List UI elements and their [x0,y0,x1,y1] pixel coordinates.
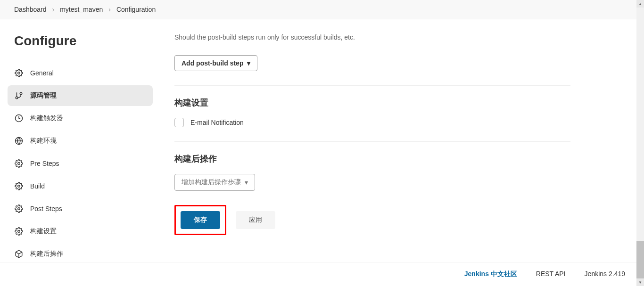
clock-icon [14,114,24,123]
svg-point-7 [18,163,20,165]
sidebar-item-env[interactable]: 构建环境 [8,131,153,151]
svg-point-2 [20,92,22,95]
breadcrumb-configuration[interactable]: Configuration [116,6,156,13]
sidebar-item-label: Pre Steps [30,160,59,167]
email-notification-label: E-mail Notification [190,119,244,126]
gear-icon [14,68,24,78]
post-steps-description: Should the post-build steps run only for… [174,33,570,41]
footer-rest-api-link[interactable]: REST API [536,270,566,278]
gear-icon [14,227,24,236]
sidebar-item-label: Build [30,182,45,190]
sidebar-item-scm[interactable]: 源码管理 [8,85,153,106]
caret-down-icon: ▾ [247,59,250,67]
button-label: 增加构建后操作步骤 [182,178,241,187]
email-notification-row: E-mail Notification [174,118,570,127]
action-row: 保存 应用 [174,205,570,235]
build-settings-title: 构建设置 [174,97,570,108]
breadcrumb-dashboard[interactable]: Dashboard [14,6,47,13]
sidebar-item-post-steps[interactable]: Post Steps [8,198,153,219]
sidebar-item-label: 构建触发器 [30,114,63,123]
branch-icon [14,91,24,100]
sidebar-item-label: 构建后操作 [30,250,63,258]
footer-version: Jenkins 2.419 [585,270,625,278]
breadcrumb: Dashboard › mytest_maven › Configuration [0,0,644,19]
box-icon [14,249,24,259]
email-notification-checkbox[interactable] [174,118,184,127]
page-title: Configure [14,33,153,49]
chevron-right-icon: › [52,6,55,13]
sidebar-item-pre-steps[interactable]: Pre Steps [8,153,153,174]
svg-point-3 [16,97,18,99]
divider [174,85,570,86]
scroll-thumb[interactable] [636,241,644,278]
apply-button[interactable]: 应用 [236,211,275,229]
chevron-right-icon: › [108,6,111,13]
caret-down-icon: ▾ [245,179,248,186]
sidebar-item-build[interactable]: Build [8,176,153,196]
scroll-up-icon[interactable]: ▲ [636,0,644,8]
svg-point-0 [18,72,20,74]
sidebar-item-label: 源码管理 [30,91,57,100]
sidebar-item-label: General [30,69,54,77]
sidebar-item-label: Post Steps [30,205,62,212]
gear-icon [14,204,24,213]
button-label: Add post-build step [182,59,243,67]
content: Should the post-build steps run only for… [160,19,585,280]
globe-icon [14,136,24,146]
add-post-build-step-button[interactable]: Add post-build step ▾ [174,55,257,71]
add-post-build-action-button[interactable]: 增加构建后操作步骤 ▾ [174,174,255,191]
divider [174,141,570,142]
gear-icon [14,159,24,168]
save-highlight-box: 保存 [174,205,226,235]
sidebar-item-build-settings[interactable]: 构建设置 [8,221,153,242]
sidebar-item-label: 构建设置 [30,227,57,236]
scrollbar[interactable]: ▲ ▼ [636,0,644,280]
sidebar: Configure General 源码管理 构建触发器 [0,19,160,280]
save-button[interactable]: 保存 [181,211,220,229]
scroll-down-icon[interactable]: ▼ [636,278,644,280]
svg-point-8 [18,185,20,188]
footer-community-link[interactable]: Jenkins 中文社区 [464,270,517,278]
post-build-actions-title: 构建后操作 [174,153,570,164]
breadcrumb-project[interactable]: mytest_maven [60,6,103,13]
sidebar-item-general[interactable]: General [8,63,153,83]
footer: Jenkins 中文社区 REST API Jenkins 2.419 [0,262,644,280]
svg-point-9 [18,208,20,210]
sidebar-item-post-build-actions[interactable]: 构建后操作 [8,244,153,264]
sidebar-item-label: 构建环境 [30,137,57,145]
svg-point-10 [18,230,20,233]
gear-icon [14,181,24,191]
sidebar-item-triggers[interactable]: 构建触发器 [8,108,153,129]
